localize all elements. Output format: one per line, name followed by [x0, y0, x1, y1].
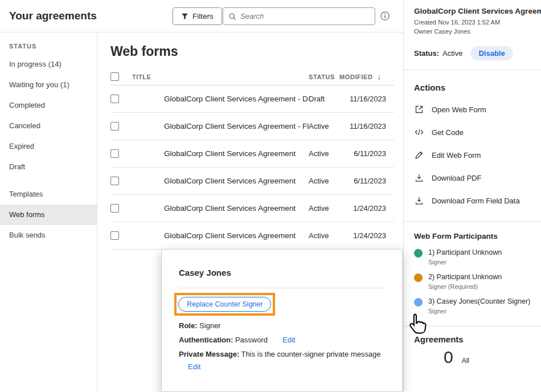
col-header-modified-label: MODIFIED	[339, 74, 373, 80]
edit-web-form-icon	[414, 150, 424, 160]
participant-avatar	[414, 249, 423, 258]
participant-name: 3) Casey Jones(Counter Signer)	[428, 297, 530, 305]
row-checkbox[interactable]	[110, 149, 119, 158]
sidebar-item-bulk-sends[interactable]: Bulk sends	[0, 225, 97, 246]
divider	[404, 221, 541, 222]
participants-list: 1) Participant Unknown Signer 2) Partici…	[414, 248, 541, 315]
col-header-status[interactable]: STATUS	[309, 74, 339, 80]
role-value: Signer	[198, 321, 221, 330]
private-message-edit-link[interactable]: Edit	[188, 362, 200, 371]
agreement-modified: 11/16/2023	[339, 95, 394, 103]
search-input[interactable]	[240, 12, 370, 21]
details-created: Created Nov 16, 2023 1:52 AM	[414, 19, 541, 26]
row-checkbox[interactable]	[110, 231, 119, 240]
agreements-count-row: 0 All	[444, 348, 541, 367]
agreement-title[interactable]: GlobalCorp Client Services Agreement	[132, 231, 309, 240]
agreement-status: Active	[309, 177, 339, 185]
table-row[interactable]: GlobalCorp Client Services Agreement Act…	[110, 222, 394, 250]
agreement-title[interactable]: GlobalCorp Client Services Agreement	[132, 204, 309, 213]
action-open-web-form[interactable]: Open Web Form	[414, 98, 541, 121]
agreement-modified: 11/16/2023	[339, 122, 394, 130]
sidebar-item-in-progress[interactable]: In progress (14)	[0, 54, 97, 75]
filters-button[interactable]: Filters	[173, 7, 222, 25]
private-message-value: This is the counter-signer private messa…	[239, 350, 380, 358]
agreement-modified: 6/11/2023	[339, 149, 394, 158]
table-row[interactable]: GlobalCorp Client Services Agreement Act…	[110, 140, 394, 168]
col-header-modified[interactable]: MODIFIED ↓	[339, 72, 394, 81]
authentication-edit-link[interactable]: Edit	[282, 336, 295, 344]
actions-heading: Actions	[414, 83, 541, 92]
table-row[interactable]: GlobalCorp Client Services Agreement Act…	[110, 195, 394, 222]
participant-name: 2) Participant Unknown	[428, 273, 502, 281]
web-forms-heading: Web forms	[110, 44, 394, 59]
agreement-title[interactable]: GlobalCorp Client Services Agreement	[132, 149, 309, 158]
disable-button[interactable]: Disable	[470, 46, 513, 60]
row-checkbox[interactable]	[110, 204, 119, 213]
sidebar-item-draft[interactable]: Draft	[0, 157, 97, 177]
replace-counter-signer-button[interactable]: Replace Counter Signer	[178, 297, 271, 312]
details-title: GlobalCorp Client Services Agreement	[414, 7, 541, 15]
action-edit-web-form[interactable]: Edit Web Form	[414, 144, 541, 166]
authentication-value: Password	[233, 336, 268, 344]
agreement-title[interactable]: GlobalCorp Client Services Agreement	[132, 177, 309, 185]
authentication-label: Authentication:	[179, 336, 233, 344]
select-all-checkbox[interactable]	[110, 72, 119, 81]
agreement-status: Active	[309, 231, 339, 240]
authentication-row: Authentication: PasswordEdit	[179, 336, 385, 344]
agreement-title[interactable]: GlobalCorp Client Services Agreement - D…	[132, 95, 309, 103]
row-checkbox[interactable]	[110, 122, 119, 130]
table-row[interactable]: GlobalCorp Client Services Agreement - D…	[110, 85, 394, 113]
filters-label: Filters	[192, 12, 214, 21]
action-label: Open Web Form	[432, 105, 486, 114]
agreement-status: Draft	[309, 95, 339, 103]
participant-role: Signer (Required)	[428, 283, 502, 290]
row-checkbox[interactable]	[110, 177, 119, 185]
popup-participant-name: Casey Jones	[179, 268, 385, 277]
table-row[interactable]: GlobalCorp Client Services Agreement - F…	[110, 113, 394, 140]
sidebar-item-templates[interactable]: Templates	[0, 184, 97, 205]
sort-desc-icon[interactable]: ↓	[378, 72, 382, 81]
divider	[404, 326, 541, 326]
open-web-form-icon	[414, 104, 424, 115]
participants-heading: Web Form Participants	[414, 232, 541, 240]
status-label: Status:	[414, 49, 439, 58]
private-message-label: Private Message:	[179, 350, 239, 358]
counter-signer-popup: Casey Jones Replace Counter Signer Role:…	[161, 249, 403, 392]
col-header-title[interactable]: TITLE	[132, 74, 309, 80]
participant-avatar	[414, 273, 423, 282]
participant-1[interactable]: 1) Participant Unknown Signer	[414, 248, 541, 266]
action-get-code[interactable]: Get Code	[414, 121, 541, 144]
sidebar-item-expired[interactable]: Expired	[0, 136, 97, 157]
action-label: Get Code	[432, 128, 464, 137]
participant-name: 1) Participant Unknown	[428, 248, 502, 256]
participant-avatar	[414, 298, 423, 307]
action-download-pdf[interactable]: Download PDF	[414, 166, 541, 189]
agreements-all-filter[interactable]: All	[462, 357, 469, 367]
agreement-details-panel: GlobalCorp Client Services Agreement Cre…	[403, 0, 541, 392]
sidebar-item-waiting[interactable]: Waiting for you (1)	[0, 75, 97, 95]
table-row[interactable]: GlobalCorp Client Services Agreement Act…	[110, 168, 394, 195]
private-message-row: Private Message: This is the counter-sig…	[179, 350, 385, 358]
row-checkbox[interactable]	[110, 95, 119, 103]
table-header-row: TITLE STATUS MODIFIED ↓	[110, 68, 394, 85]
action-label: Edit Web Form	[432, 151, 481, 160]
role-label: Role:	[179, 321, 198, 330]
action-download-form-field-data[interactable]: Download Form Field Data	[414, 189, 541, 212]
sidebar-item-completed[interactable]: Completed	[0, 95, 97, 116]
sidebar-item-web-forms[interactable]: Web forms	[0, 205, 97, 225]
sidebar-item-canceled[interactable]: Canceled	[0, 116, 97, 136]
get-code-icon	[414, 127, 424, 137]
participant-2[interactable]: 2) Participant Unknown Signer (Required)	[414, 273, 541, 290]
your-agreements-app: Your agreements Filters STATUS	[0, 0, 541, 392]
agreement-status: Active	[309, 149, 339, 158]
funnel-icon	[181, 13, 188, 20]
download-data-icon	[414, 195, 424, 206]
participant-role: Signer	[428, 308, 530, 315]
sidebar-gap	[0, 177, 97, 184]
status-sidebar: STATUS In progress (14) Waiting for you …	[0, 32, 97, 392]
participant-3-counter-signer[interactable]: 3) Casey Jones(Counter Signer) Signer	[414, 297, 541, 315]
search-box[interactable]	[223, 7, 375, 25]
info-icon[interactable]	[380, 11, 390, 21]
agreement-title[interactable]: GlobalCorp Client Services Agreement - F…	[132, 122, 309, 130]
top-bar: Your agreements Filters	[0, 0, 403, 32]
